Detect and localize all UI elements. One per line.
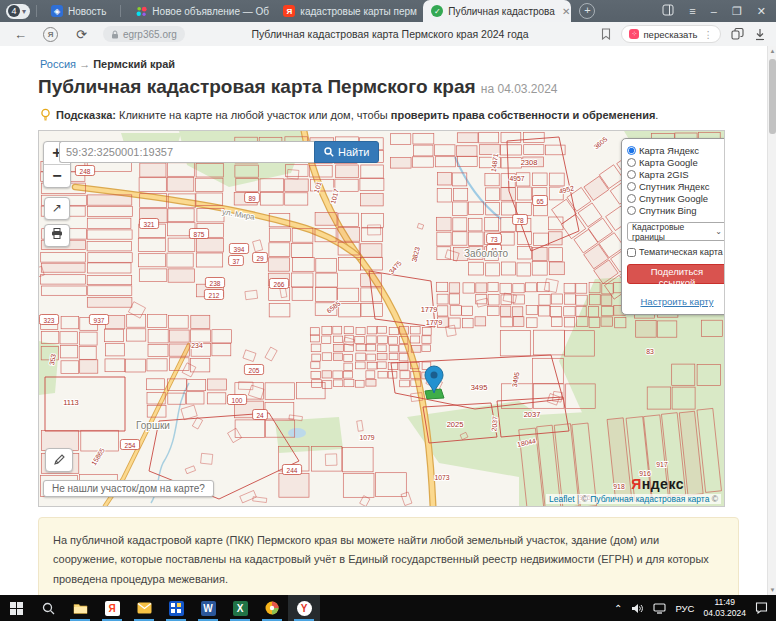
menu-icon[interactable]: ≡ [689,5,695,17]
overlay-select[interactable]: Кадастровые границы ⌄ [627,222,725,241]
search-icon [42,602,55,615]
layer-radio-row[interactable]: Карта Яндекс [627,145,725,156]
customize-map-link[interactable]: Настроить карту [627,296,725,307]
pinned-tab-novost[interactable]: ◈ Новость [43,0,114,22]
close-button[interactable]: ✕ [757,5,766,18]
map-label: 4957 [509,175,524,182]
restore-button[interactable]: ❐ [732,5,742,18]
taskbar-word[interactable]: W [192,595,224,621]
source-link[interactable]: Публичная кадастровая карта [590,494,709,504]
layer-radio[interactable] [627,194,636,203]
layer-radio-row[interactable]: Спутник Яндекс [627,181,725,192]
page-scrollbar[interactable]: ▲ ▼ [767,46,776,595]
breadcrumb-country-link[interactable]: Россия [40,58,76,70]
thematic-checkbox[interactable] [627,248,636,257]
map-boxed-label: 254 [125,442,136,449]
scrollbar-thumb[interactable] [769,59,776,134]
layer-radio[interactable] [627,158,636,167]
reload-button[interactable]: ⟳ [76,27,87,42]
leaflet-link[interactable]: Leaflet [549,494,575,504]
tab-kadastrovye-karty[interactable]: Я кадастровые карты перм [275,0,423,22]
map-boxed-label: 937 [94,317,105,324]
url-field[interactable]: egrp365.org [103,26,185,42]
taskbar-search-button[interactable] [32,595,64,621]
measure-button[interactable]: ↗ [44,197,70,220]
tab-novoe-obyavlenie[interactable]: Новое объявление — Об [127,0,275,22]
layer-radio[interactable] [627,170,636,179]
search-input[interactable] [59,141,314,163]
cadastral-map[interactable]: 2481018932187539437292662382129373231017… [38,130,725,507]
map-label: 1113 [63,398,79,407]
map-label: 1779 [426,318,443,327]
taskbar-yandex-browser[interactable]: Y [288,595,320,621]
tab-publichnaya-kadastrovaya[interactable]: ✓ Публичная кадастрова ✕ [423,0,571,22]
map-boxed-label: 65 [536,198,544,205]
layer-radio-row[interactable]: Карта 2GIS [627,169,725,180]
blue-app-icon [169,601,184,616]
windows-taskbar: Я W X Y ⌃ РУС 11:49 04.03.2024 [0,595,776,621]
bookmark-icon[interactable] [601,28,611,40]
layer-radio-label: Карта 2GIS [639,169,689,180]
system-tray: ⌃ РУС 11:49 04.03.2024 [614,597,776,618]
zoom-out-button[interactable]: − [44,165,70,187]
map-attribution: Leaflet | © Публичная кадастровая карта … [546,494,721,504]
taskbar-blue-app[interactable] [160,595,192,621]
taskbar-color-app[interactable] [256,595,288,621]
notification-center-icon[interactable] [755,602,768,614]
scroll-up-arrow[interactable]: ▲ [768,48,776,54]
taskbar-explorer[interactable] [64,595,96,621]
collections-icon[interactable] [731,28,744,40]
print-button[interactable] [44,224,70,247]
tab-close-icon[interactable]: ✕ [562,6,570,17]
map-boxed-label: 266 [274,281,285,288]
map-boxed-label: 205 [249,367,260,374]
map-boxed-label: 238 [210,280,221,287]
map-label: Горшки [136,420,170,431]
taskbar-mail[interactable] [128,595,160,621]
new-tab-button[interactable]: + [579,3,595,19]
language-indicator[interactable]: РУС [675,603,694,614]
map-search-bar: Найти [59,141,379,163]
tray-clock[interactable]: 11:49 04.03.2024 [703,597,746,618]
map-boxed-label: 73 [490,236,498,243]
page-title: Публичная кадастровая карта Пермского кр… [38,76,558,98]
map-boxed-label: 321 [144,221,155,228]
layer-radio-row[interactable]: Спутник Google [627,193,725,204]
sidebar-panels-icon[interactable] [662,4,674,18]
taskbar-excel[interactable]: X [224,595,256,621]
share-link-button[interactable]: Поделиться ссылкой [627,264,725,284]
back-button[interactable]: ← [14,27,27,42]
layer-radio-row[interactable]: Карта Google [627,157,725,168]
tab-group-counter[interactable]: 4 ▾ [6,4,30,19]
layer-radio[interactable] [627,206,636,215]
thematic-checkbox-row[interactable]: Тематическая карта [627,247,725,257]
tray-date: 04.03.2024 [703,608,746,619]
minimize-button[interactable]: – [711,5,717,17]
avito-icon [135,5,147,17]
start-button[interactable] [0,595,32,621]
layer-radio-label: Спутник Bing [639,205,696,216]
download-icon[interactable] [754,28,766,41]
map-boxed-label: 100 [232,397,243,404]
draw-button[interactable] [45,448,73,472]
yandex-home-icon[interactable]: Я [43,27,58,42]
retell-button[interactable]: ⁘ пересказать ⋮ [621,25,721,43]
windows-logo-icon [10,602,23,615]
yandex-browser-icon: Y [297,601,312,616]
scroll-down-arrow[interactable]: ▼ [768,587,776,593]
layer-panel: Карта ЯндексКарта GoogleКарта 2GISСпутни… [621,138,725,315]
map-boxed-label: 89 [248,195,256,202]
map-boxed-label: 248 [80,168,91,175]
layer-radio-row[interactable]: Спутник Bing [627,205,725,216]
map-label: Заболото [464,248,508,259]
tray-expand-icon[interactable]: ⌃ [614,603,622,614]
layer-radio[interactable] [627,146,636,155]
layer-radio[interactable] [627,182,636,191]
network-icon[interactable] [653,603,666,614]
volume-icon[interactable] [631,603,644,614]
word-icon: W [201,601,216,616]
map-label: 917 [656,461,668,468]
taskbar-yandex-app[interactable]: Я [96,595,128,621]
kebab-icon[interactable]: ⋮ [704,29,714,40]
search-button[interactable]: Найти [314,141,379,163]
